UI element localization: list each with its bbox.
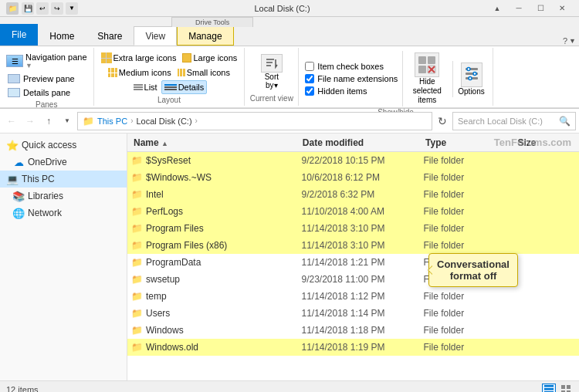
hidden-items-checkbox[interactable] xyxy=(305,86,314,96)
tab-file[interactable]: File xyxy=(0,24,38,46)
close-btn[interactable]: ✕ xyxy=(551,0,573,17)
col-type-header[interactable]: Type xyxy=(422,137,514,148)
maximize-btn[interactable]: ☐ xyxy=(530,0,551,17)
hide-selected-icon xyxy=(415,52,439,77)
breadcrumb-localdisk[interactable]: Local Disk (C:) xyxy=(136,117,191,126)
dropdown-icon[interactable]: ▼ xyxy=(66,2,78,15)
back-btn[interactable]: ← xyxy=(3,113,20,130)
file-type: File folder xyxy=(423,240,515,251)
table-row[interactable]: 📁 Windows 11/14/2018 1:18 PM File folder xyxy=(127,322,579,339)
large-icons-btn[interactable]: Large icons xyxy=(180,51,239,65)
recent-locations-btn[interactable]: ▼ xyxy=(59,113,76,130)
tab-share[interactable]: Share xyxy=(86,26,134,46)
search-icon[interactable]: 🔍 xyxy=(559,116,571,127)
svg-point-12 xyxy=(467,67,470,70)
file-date: 9/22/2018 10:15 PM xyxy=(301,155,423,166)
item-check-boxes-checkbox[interactable] xyxy=(305,62,314,71)
svg-rect-4 xyxy=(428,56,435,64)
list-icon xyxy=(134,84,143,90)
table-row[interactable]: 📁 $SysReset 9/22/2018 10:15 PM File fold… xyxy=(127,152,579,169)
tree-item-libraries[interactable]: 📚 Libraries xyxy=(0,188,127,204)
redo-icon[interactable]: ↪ xyxy=(51,2,63,15)
layout-group-label: Layout xyxy=(157,96,181,106)
tree-item-quick-access[interactable]: ⭐ Quick access xyxy=(0,137,127,154)
col-name-header[interactable]: Name ▲ xyxy=(130,137,300,148)
tree-item-this-pc[interactable]: 💻 This PC xyxy=(0,171,127,188)
tree-item-network[interactable]: 🌐 Network xyxy=(0,204,127,221)
options-btn[interactable]: Options xyxy=(452,61,487,97)
folder-icon: 📁 xyxy=(130,290,143,302)
collapse-ribbon-btn[interactable]: ▲ xyxy=(486,0,508,17)
undo-icon[interactable]: ↩ xyxy=(36,2,49,15)
save-icon[interactable]: 💾 xyxy=(22,2,34,15)
tree-item-onedrive[interactable]: ☁ OneDrive xyxy=(0,154,127,171)
file-date: 10/6/2018 6:12 PM xyxy=(301,172,423,183)
table-row[interactable]: 📁 $Windows.~WS 10/6/2018 6:12 PM File fo… xyxy=(127,169,579,186)
table-row[interactable]: 📁 PerfLogs 11/10/2018 4:00 AM File folde… xyxy=(127,203,579,220)
file-name-ext-row[interactable]: File name extensions xyxy=(303,73,399,84)
file-type: File folder xyxy=(423,308,515,319)
ribbon-controls: ? ▼ xyxy=(560,36,579,46)
medium-icons-btn[interactable]: Medium icons xyxy=(106,66,174,79)
folder-icon: 📁 xyxy=(130,273,143,286)
panes-group-label: Panes xyxy=(36,100,57,110)
details-view-toggle[interactable] xyxy=(542,384,556,393)
folder-icon: 📁 xyxy=(130,341,143,353)
search-bar[interactable]: Search Local Disk (C:) 🔍 xyxy=(452,112,576,130)
options-label: Options xyxy=(458,87,484,96)
col-size-header[interactable]: Size xyxy=(514,137,576,148)
table-row[interactable]: 📁 swsetup 9/23/2018 11:00 PM File folder xyxy=(127,271,579,288)
title-bar: 📁 💾 ↩ ↪ ▼ Local Disk (C:) ▲ ─ ☐ ✕ xyxy=(0,0,579,17)
folder-icon: 📁 xyxy=(130,188,143,201)
file-name: Windows.old xyxy=(146,342,301,353)
details-btn[interactable]: Details xyxy=(161,80,208,94)
file-date: 9/23/2018 11:00 PM xyxy=(301,274,423,285)
hidden-items-row[interactable]: Hidden items xyxy=(303,86,399,96)
col-date-header[interactable]: Date modified xyxy=(300,137,422,148)
folder-icon: 📁 xyxy=(130,324,143,336)
tab-home[interactable]: Home xyxy=(38,26,86,46)
list-btn[interactable]: List xyxy=(131,80,160,94)
network-icon: 🌐 xyxy=(12,207,25,219)
navigation-pane-btn[interactable]: ☰ Navigation pane ▼ xyxy=(5,51,89,71)
file-name: Intel xyxy=(146,189,301,200)
minimize-btn[interactable]: ─ xyxy=(508,0,530,17)
layout-group: Extra large icons Large icons Medium ico… xyxy=(94,48,245,106)
table-row[interactable]: 📁 Intel 9/2/2018 6:32 PM File folder xyxy=(127,186,579,203)
up-btn[interactable]: ↑ xyxy=(40,113,57,130)
refresh-btn[interactable]: ↻ xyxy=(434,113,451,130)
table-row[interactable]: 📁 Program Files 11/14/2018 3:10 PM File … xyxy=(127,220,579,237)
table-row[interactable]: 📁 Users 11/14/2018 1:14 PM File folder xyxy=(127,305,579,322)
table-row[interactable]: 📁 temp 11/14/2018 1:12 PM File folder xyxy=(127,288,579,305)
file-name-ext-checkbox[interactable] xyxy=(305,74,314,83)
help-btn[interactable]: ? xyxy=(563,36,567,46)
extra-large-icons-btn[interactable]: Extra large icons xyxy=(99,51,179,65)
folder-icon: 📁 xyxy=(130,307,143,319)
libraries-icon: 📚 xyxy=(12,190,25,202)
tab-view[interactable]: View xyxy=(134,26,177,46)
small-icons-label: Small icons xyxy=(187,68,230,77)
address-bar[interactable]: 📁 This PC › Local Disk (C:) › xyxy=(77,112,432,130)
showhide-group: Item check boxes File name extensions Hi… xyxy=(299,48,493,106)
window-title: Local Disk (C:) xyxy=(78,4,486,13)
small-icons-btn[interactable]: Small icons xyxy=(175,66,232,79)
current-view-label: Current view xyxy=(250,94,293,104)
table-row[interactable]: 📁 Windows.old 11/14/2018 1:19 PM File fo… xyxy=(127,339,579,356)
table-row[interactable]: 📁 Program Files (x86) 11/14/2018 3:10 PM… xyxy=(127,237,579,254)
navigation-pane-label: Navigation pane xyxy=(25,52,87,62)
folder-icon: 📁 xyxy=(130,222,143,235)
preview-pane-btn[interactable]: Preview pane xyxy=(5,73,89,85)
breadcrumb-thispc[interactable]: This PC xyxy=(97,117,127,126)
tab-manage[interactable]: Manage xyxy=(177,26,233,46)
table-row[interactable]: 📁 ProgramData 11/14/2018 1:21 PM File fo… xyxy=(127,254,579,271)
hide-selected-btn[interactable]: Hide selected items xyxy=(402,51,449,106)
details-pane-btn[interactable]: Details pane xyxy=(5,86,89,99)
large-view-toggle[interactable] xyxy=(559,384,573,393)
breadcrumb-sep1: › xyxy=(130,117,133,125)
forward-btn[interactable]: → xyxy=(22,113,39,130)
preview-pane-label: Preview pane xyxy=(23,74,75,83)
sort-by-btn[interactable]: Sort by▾ xyxy=(258,52,286,91)
expand-ribbon-btn[interactable]: ▼ xyxy=(569,37,576,45)
file-type: File folder xyxy=(423,172,515,183)
item-check-boxes-row[interactable]: Item check boxes xyxy=(303,61,399,72)
